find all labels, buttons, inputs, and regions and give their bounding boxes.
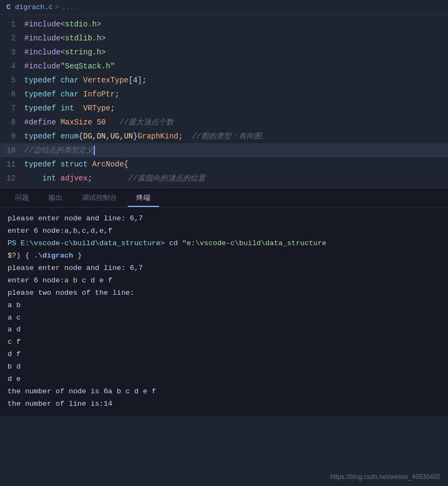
line-number-3: 3 bbox=[0, 45, 24, 59]
code-line-12: 12 int adjvex; //弧指向的顶点的位置 bbox=[0, 171, 448, 185]
terminal-line-14: d e bbox=[8, 373, 440, 386]
terminal-line-2: enter 6 node:a,b,c,d,e,f bbox=[8, 225, 440, 238]
line-content-11: typedef struct ArcNode{ bbox=[24, 157, 448, 171]
line-content-9: typedef enum{DG,DN,UG,UN}GraphKind; //图的… bbox=[24, 129, 448, 143]
terminal-line-11: c f bbox=[8, 336, 440, 349]
terminal-line-1: please enter node and line: 6,7 bbox=[8, 213, 440, 225]
tab-debug[interactable]: 调试控制台 bbox=[73, 189, 126, 207]
code-line-5: 5 typedef char VertexType[4]; bbox=[0, 73, 448, 87]
code-line-7: 7 typedef int VRType; bbox=[0, 101, 448, 115]
terminal-line-6: enter 6 node:a b c d e f bbox=[8, 275, 440, 287]
tab-problems[interactable]: 问题 bbox=[6, 189, 38, 207]
line-number-10: 10 bbox=[0, 143, 24, 157]
terminal-line-7: please two nodes of the line: bbox=[8, 287, 440, 300]
line-content-5: typedef char VertexType[4]; bbox=[24, 73, 448, 87]
terminal-line-12: d f bbox=[8, 349, 440, 361]
terminal-line-16: the number of line is:14 bbox=[8, 398, 440, 411]
code-line-11: 11 typedef struct ArcNode{ bbox=[0, 157, 448, 171]
line-number-8: 8 bbox=[0, 115, 24, 129]
code-line-4: 4 #include"SeqStack.h" bbox=[0, 59, 448, 73]
line-number-2: 2 bbox=[0, 31, 24, 45]
line-content-6: typedef char InfoPtr; bbox=[24, 87, 448, 101]
terminal-line-10: a d bbox=[8, 324, 440, 336]
terminal-line-4: $?) { .\digrach } bbox=[8, 250, 440, 262]
line-content-2: #include<stdlib.h> bbox=[24, 31, 448, 45]
breadcrumb-ellipsis: ... bbox=[61, 3, 74, 11]
line-number-7: 7 bbox=[0, 101, 24, 115]
line-content-7: typedef int VRType; bbox=[24, 101, 448, 115]
code-line-2: 2 #include<stdlib.h> bbox=[0, 31, 448, 45]
terminal-line-5: please enter node and line: 6,7 bbox=[8, 262, 440, 275]
watermark: https://blog.csdn.net/weixin_46530492 bbox=[330, 473, 440, 481]
line-number-5: 5 bbox=[0, 73, 24, 87]
line-content-3: #include<string.h> bbox=[24, 45, 448, 59]
terminal-line-8: a b bbox=[8, 300, 440, 312]
terminal-line-9: a c bbox=[8, 312, 440, 324]
code-line-1: 1 #include<stdio.h> bbox=[0, 17, 448, 31]
terminal[interactable]: please enter node and line: 6,7 enter 6 … bbox=[0, 207, 448, 416]
tab-output[interactable]: 输出 bbox=[40, 189, 71, 207]
breadcrumb-separator: > bbox=[55, 3, 59, 11]
terminal-line-3: PS E:\vscode-c\build\data_structure> cd … bbox=[8, 238, 440, 250]
tab-terminal[interactable]: 终端 bbox=[128, 189, 159, 207]
file-icon: C bbox=[6, 3, 11, 11]
terminal-line-15: the number of node is 6a b c d e f bbox=[8, 386, 440, 398]
line-content-4: #include"SeqStack.h" bbox=[24, 59, 448, 73]
code-line-10: 10 //边结点的类型定义 bbox=[0, 143, 448, 157]
code-line-3: 3 #include<string.h> bbox=[0, 45, 448, 59]
breadcrumb-filename[interactable]: digrach.c bbox=[15, 3, 53, 11]
line-content-10: //边结点的类型定义 bbox=[24, 143, 448, 157]
breadcrumb: C digrach.c > ... bbox=[0, 0, 448, 15]
line-number-6: 6 bbox=[0, 87, 24, 101]
code-line-9: 9 typedef enum{DG,DN,UG,UN}GraphKind; //… bbox=[0, 129, 448, 143]
code-line-6: 6 typedef char InfoPtr; bbox=[0, 87, 448, 101]
code-editor: 1 #include<stdio.h> 2 #include<stdlib.h>… bbox=[0, 15, 448, 188]
line-number-9: 9 bbox=[0, 129, 24, 143]
line-number-4: 4 bbox=[0, 59, 24, 73]
line-number-1: 1 bbox=[0, 17, 24, 31]
terminal-line-13: b d bbox=[8, 361, 440, 373]
line-content-8: #define MaxSize 50 //最大顶点个数 bbox=[24, 115, 448, 129]
code-line-8: 8 #define MaxSize 50 //最大顶点个数 bbox=[0, 115, 448, 129]
line-number-12: 12 bbox=[0, 171, 24, 185]
line-number-11: 11 bbox=[0, 157, 24, 171]
line-content-1: #include<stdio.h> bbox=[24, 17, 448, 31]
line-content-12: int adjvex; //弧指向的顶点的位置 bbox=[24, 171, 448, 185]
tab-bar: 问题 输出 调试控制台 终端 bbox=[0, 188, 448, 207]
